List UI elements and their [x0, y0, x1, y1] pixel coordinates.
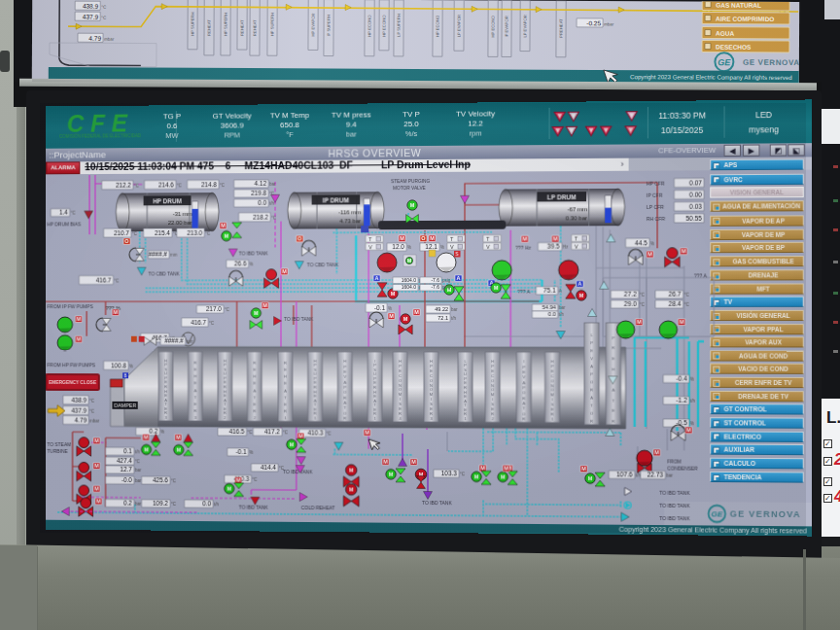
svg-text:-0.4: -0.4: [676, 375, 687, 382]
svg-text:PREHEAT: PREHEAT: [559, 18, 564, 38]
svg-text:AIRE COMPRIMIDO: AIRE COMPRIMIDO: [716, 16, 774, 22]
svg-text:44.5: 44.5: [635, 240, 648, 247]
svg-text:%: %: [388, 306, 392, 311]
svg-text:54.94: 54.94: [542, 304, 556, 310]
svg-text:M: M: [403, 316, 408, 322]
svg-text:12.7: 12.7: [121, 466, 133, 472]
svg-text:HPECONOMISER2: HPECONOMISER2: [491, 359, 494, 421]
svg-text:M: M: [389, 472, 394, 477]
svg-text:GAS NATURAL: GAS NATURAL: [716, 2, 761, 9]
svg-text:°C: °C: [326, 432, 332, 437]
svg-text:bar: bar: [269, 182, 276, 187]
svg-text:212.2: 212.2: [116, 182, 131, 189]
svg-text:°C: °C: [71, 211, 77, 216]
svg-text:M: M: [144, 446, 149, 452]
svg-text:t/h: t/h: [636, 473, 642, 478]
svg-text:TO IBD TANK: TO IBD TANK: [659, 504, 690, 508]
svg-text:%: %: [690, 422, 694, 427]
svg-text:TO STEAM: TO STEAM: [47, 442, 71, 447]
svg-text:°C: °C: [114, 279, 120, 284]
svg-text:12.0: 12.0: [392, 243, 404, 250]
svg-text:°C: °C: [101, 16, 107, 20]
svg-text:416.7: 416.7: [191, 319, 206, 326]
svg-text:A: A: [559, 289, 562, 294]
svg-text:°C: °C: [101, 5, 107, 10]
svg-text:100.8: 100.8: [111, 363, 126, 369]
svg-text:437.9: 437.9: [71, 407, 87, 414]
svg-text:0.1: 0.1: [123, 448, 132, 455]
svg-text:M: M: [225, 233, 229, 239]
svg-text:t/h: t/h: [690, 399, 696, 403]
svg-text:°C: °C: [171, 502, 177, 507]
svg-text:-0.25: -0.25: [586, 19, 601, 26]
svg-text:HPSUPERHEATER1: HPSUPERHEATER1: [314, 358, 317, 420]
svg-text:LP CFR: LP CFR: [647, 205, 664, 210]
svg-text:mm: mm: [187, 339, 194, 344]
svg-text:psig: psig: [442, 285, 451, 290]
svg-text:4.79: 4.79: [88, 35, 101, 42]
svg-text:217.0: 217.0: [206, 305, 222, 312]
svg-text:72.1: 72.1: [438, 315, 448, 321]
svg-text:12.1: 12.1: [425, 243, 438, 250]
svg-text:LP EVAPOR: LP EVAPOR: [457, 15, 462, 37]
svg-text:HP SUPERH: HP SUPERH: [270, 13, 275, 36]
svg-text:mbar: mbar: [89, 419, 99, 424]
svg-text:-116 mm: -116 mm: [338, 209, 361, 215]
svg-text:29.0: 29.0: [624, 300, 637, 307]
svg-text:1604.0: 1604.0: [402, 285, 416, 290]
svg-text:HP ECONO: HP ECONO: [382, 15, 387, 37]
svg-text:IP SUPERH: IP SUPERH: [327, 15, 332, 37]
svg-text:HPSUPERHEATER2: HPSUPERHEATER2: [224, 358, 227, 420]
svg-text:HP DRUM: HP DRUM: [153, 197, 182, 204]
svg-text:bar: bar: [451, 307, 458, 312]
svg-text:IPSUPERHEATER1: IPSUPERHEATER1: [373, 358, 376, 420]
svg-text:°C: °C: [684, 302, 690, 307]
svg-text:%: %: [407, 245, 411, 250]
svg-text:Copyright 2023 General Electri: Copyright 2023 General Electric Company …: [630, 73, 792, 81]
svg-text:438.9: 438.9: [83, 3, 99, 10]
svg-text:LP DRUM: LP DRUM: [547, 193, 577, 200]
svg-text:M: M: [349, 467, 354, 472]
svg-text:DAMPER: DAMPER: [114, 402, 136, 408]
svg-text:°C: °C: [225, 307, 230, 312]
svg-text:IPEVAPORATOR: IPEVAPORATOR: [522, 359, 525, 421]
svg-text:°C: °C: [640, 302, 646, 307]
svg-text:t/h: t/h: [269, 201, 274, 206]
svg-text:HP ECONO: HP ECONO: [491, 15, 496, 37]
svg-text:210.7: 210.7: [114, 229, 129, 236]
svg-text:0.07: 0.07: [689, 180, 702, 187]
svg-text:0.00: 0.00: [689, 192, 702, 198]
svg-text:°C: °C: [247, 431, 253, 436]
svg-text:HPECONOMISER1: HPECONOMISER1: [550, 359, 553, 421]
svg-text:EMERGENCY CLOSE: EMERGENCY CLOSE: [49, 380, 97, 385]
svg-text:psig: psig: [442, 278, 451, 283]
svg-text:103.3: 103.3: [441, 470, 458, 476]
svg-text:M: M: [254, 310, 259, 316]
svg-text:°C: °C: [134, 184, 140, 189]
svg-text:°C: °C: [640, 293, 646, 298]
svg-text:TO IBD TANK: TO IBD TANK: [239, 505, 269, 509]
svg-text:-1.2: -1.2: [676, 397, 687, 403]
svg-text:°C: °C: [171, 479, 177, 484]
svg-text:M: M: [588, 475, 593, 481]
svg-text:REHEAT: REHEAT: [240, 19, 245, 36]
svg-text:CONDENSER: CONDENSER: [667, 466, 698, 471]
svg-text:HP SUPERH: HP SUPERH: [191, 12, 195, 35]
svg-text:M: M: [391, 291, 396, 297]
svg-text:425.6: 425.6: [153, 477, 168, 484]
svg-text:°C: °C: [205, 231, 211, 236]
svg-text:HP CFR: HP CFR: [647, 182, 665, 187]
svg-text:°C: °C: [220, 184, 226, 189]
svg-text:0.2: 0.2: [123, 500, 132, 507]
svg-text:%: %: [249, 262, 253, 267]
svg-text:M: M: [228, 486, 232, 492]
svg-text:FROM: FROM: [667, 459, 681, 464]
svg-text:416.5: 416.5: [229, 428, 245, 435]
svg-text:B: B: [124, 373, 127, 378]
svg-text:HP DRUM BIAS: HP DRUM BIAS: [47, 222, 81, 227]
svg-text:%: %: [440, 245, 444, 250]
svg-text:??? A: ??? A: [517, 290, 531, 295]
svg-text:416.7: 416.7: [96, 277, 112, 284]
svg-text:TO IBD TANK: TO IBD TANK: [239, 251, 269, 256]
svg-text:-0.0: -0.0: [122, 476, 132, 483]
